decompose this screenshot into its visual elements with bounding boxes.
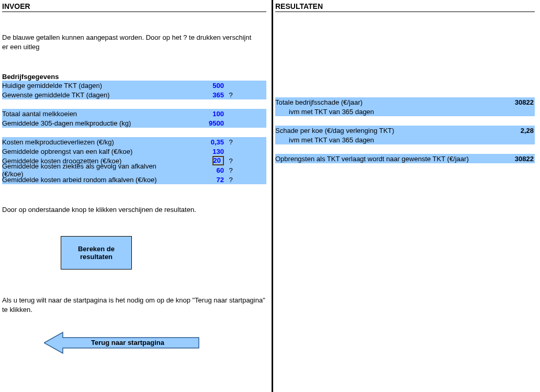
results-pane: RESULTATEN Totale bedrijfsschade (€/jaar… (273, 0, 540, 392)
result-row-damage-per-cow-sub: ivm met TKT van 365 dagen (275, 135, 535, 144)
input-value-cows[interactable]: 100 (175, 110, 227, 118)
result-damage-per-cow: 2,28 (503, 127, 535, 135)
input-value-disease[interactable]: 60 (175, 166, 227, 174)
result-row-damage-per-cow: Schade per koe (€/dag verlenging TKT) 2,… (275, 126, 535, 135)
arrow-left-icon: Terug naar startpagina (44, 330, 201, 355)
back-text: Als u terug wilt naar de startpagina is … (2, 296, 266, 315)
result-row-revenue: Opbrengsten als TKT verlaagt wordt naar … (275, 154, 535, 163)
section-title: Bedrijfsgegevens (2, 73, 266, 81)
help-icon[interactable]: ? (227, 157, 234, 165)
selected-cell[interactable]: 20 (212, 156, 224, 165)
help-icon[interactable]: ? (227, 176, 234, 184)
intro-text: De blauwe getallen kunnen aangepast word… (2, 33, 258, 52)
input-row-milkloss: Kosten melkproductieverliezen (€/kg) 0,3… (2, 137, 266, 147)
input-row-milk: Gemiddelde 305-dagen melkproductie (kg) … (2, 118, 266, 128)
result-row-total-damage-sub: ivm met TKT van 365 dagen (275, 107, 535, 116)
input-value-tkt-desired[interactable]: 365 (175, 91, 227, 99)
input-value-dryoff[interactable]: 20 (175, 156, 227, 165)
result-total-damage: 30822 (503, 98, 535, 106)
input-header: INVOER (2, 2, 266, 12)
input-row-tkt-current: Huidige gemiddelde TKT (dagen) 500 (2, 81, 266, 90)
back-button[interactable]: Terug naar startpagina (44, 330, 266, 355)
input-value-milk[interactable]: 9500 (175, 119, 227, 127)
help-icon[interactable]: ? (227, 138, 234, 146)
input-row-calf: Gemiddelde opbrengst van een kalf (€/koe… (2, 147, 266, 156)
calculate-button[interactable]: Bereken de resultaten (61, 236, 132, 270)
input-row-disease: Gemiddelde kosten ziektes als gevolg van… (2, 165, 266, 175)
result-revenue: 30822 (503, 155, 535, 163)
help-icon[interactable]: ? (227, 91, 234, 99)
input-value-labor[interactable]: 72 (175, 176, 227, 184)
input-value-milkloss[interactable]: 0,35 (175, 138, 227, 146)
result-row-total-damage: Totale bedrijfsschade (€/jaar) 30822 (275, 97, 535, 107)
mid-text: Door op onderstaande knop te klikken ver… (2, 205, 266, 215)
input-row-cows: Totaal aantal melkkoeien 100 (2, 109, 266, 118)
input-pane: INVOER De blauwe getallen kunnen aangepa… (0, 0, 273, 392)
input-value-tkt-current[interactable]: 500 (175, 82, 227, 89)
back-button-label: Terug naar startpagina (91, 339, 165, 346)
input-row-labor: Gemiddelde kosten arbeid rondom afkalven… (2, 175, 266, 184)
results-header: RESULTATEN (275, 2, 535, 12)
help-icon[interactable]: ? (227, 166, 234, 174)
input-row-tkt-desired: Gewenste gemiddelde TKT (dagen) 365 ? (2, 90, 266, 99)
input-value-calf[interactable]: 130 (175, 148, 227, 155)
